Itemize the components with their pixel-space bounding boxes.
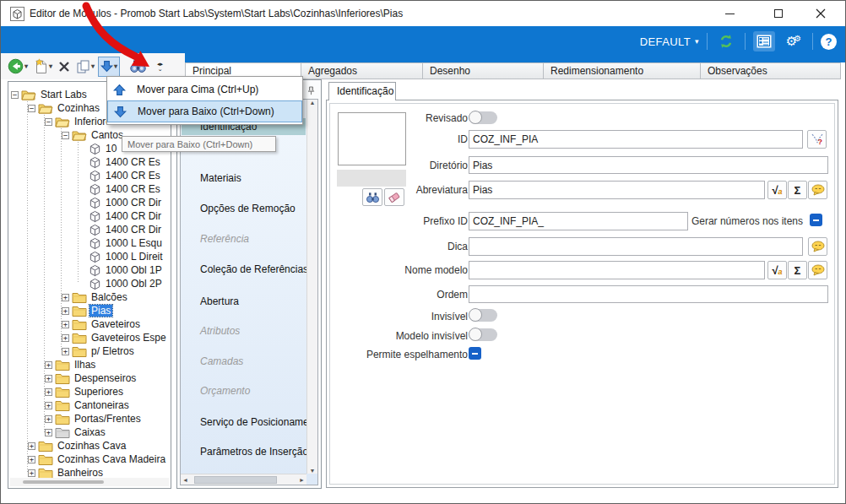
expand-icon[interactable]: + [45,402,52,409]
tree-item-1400-cr-dir[interactable]: 1400 CR Dir [9,209,168,223]
tree-item-cozinhas-cava[interactable]: +Cozinhas Cava [9,439,168,453]
tree-item-cantoneiras[interactable]: +Cantoneiras [9,398,168,412]
modelo-invisivel-toggle[interactable] [469,328,497,341]
tree-item-caixas[interactable]: +Caixas [9,425,168,439]
scroll-up-icon[interactable]: ▲ [310,100,316,106]
expand-icon[interactable]: + [62,348,69,355]
menu-item-mover-para-cima[interactable]: Mover para Cima (Ctrl+Up) [107,79,302,100]
scroll-left-icon[interactable]: ◄ [182,477,188,483]
new-button[interactable]: ▾ [31,57,55,77]
tree-item-1400-cr-dir[interactable]: 1400 CR Dir [9,223,168,236]
tree-item-1400-cr-es[interactable]: 1400 CR Es [9,182,168,196]
categories-list: IdentificaçãoMateriaisOpções de RemoçãoR… [180,99,318,485]
tree-item-gaveteiros-espe[interactable]: +Gaveteiros Espe [9,331,168,344]
tree-item-1000-obl-2p[interactable]: 1000 Obl 2P [9,277,168,290]
category-cole-o-de-refer-ncias[interactable]: Coleção de Referências [200,263,308,275]
back-button[interactable]: ▾ [5,57,30,77]
expand-icon[interactable]: + [28,442,35,450]
tree-item-pias[interactable]: +Pias [9,304,168,317]
diretorio-field[interactable] [469,156,828,174]
abreviatura-sigma-button[interactable]: Σ [788,181,807,199]
prefixo-id-field[interactable] [469,212,688,230]
revisado-toggle[interactable] [469,111,497,124]
tree-item-portas-frentes[interactable]: +Portas/Frentes [9,412,168,425]
collapse-icon[interactable]: − [28,105,35,112]
tree-item-superiores[interactable]: +Superiores [9,385,168,398]
expand-icon[interactable]: + [45,415,52,423]
tab-agregados[interactable]: Agregados [301,62,423,79]
nome-modelo-translate-button[interactable] [808,261,827,279]
help-button[interactable]: ? [821,34,837,50]
expand-icon[interactable]: + [62,294,69,301]
tree-item-despenseiros[interactable]: +Despenseiros [9,371,168,385]
scroll-right-icon[interactable]: ► [299,477,305,483]
id-select-button[interactable]: ? [807,130,827,149]
tab-identificacao[interactable]: Identificação [328,82,396,100]
category-par-metros-de-inser-o[interactable]: Parâmetros de Inserção [200,446,308,458]
properties-button[interactable] [753,31,775,51]
scrollbar-thumb[interactable] [23,480,104,484]
nome-modelo-field[interactable] [469,261,765,279]
tree-item-p-eletros[interactable]: +p/ Eletros [9,344,168,358]
expand-icon[interactable]: + [62,334,69,342]
category-servi-o-de-posicionamen[interactable]: Serviço de Posicionamen [200,416,314,428]
scrollbar-thumb[interactable] [194,476,277,484]
expand-icon[interactable]: + [45,375,52,382]
tree-item-1400-cr-es[interactable]: 1400 CR Es [9,169,168,182]
tree-horizontal-scrollbar[interactable] [10,478,169,486]
permite-espelhamento-checkbox[interactable] [469,347,481,360]
tab-redimensionamento[interactable]: Redimensionamento [544,62,701,79]
copy-button[interactable]: ▾ [73,57,97,77]
move-button[interactable]: ▾ [98,57,120,77]
scroll-down-icon[interactable]: ▼ [310,468,316,474]
nome-modelo-sigma-button[interactable]: Σ [788,261,807,279]
maximize-button[interactable] [759,1,798,26]
category-op-es-de-remo-o[interactable]: Opções de Remoção [200,203,296,214]
categories-horizontal-scrollbar[interactable]: ◄ ► [181,474,306,485]
tree-item-1000-obl-1p[interactable]: 1000 Obl 1P [9,263,168,277]
invisivel-toggle[interactable] [469,309,497,322]
tree-item-1000-l-esqu[interactable]: 1000 L Esqu [9,236,168,250]
expand-icon[interactable]: + [28,456,35,463]
tree-item-gaveteiros[interactable]: +Gaveteiros [9,317,168,331]
tree-item-1000-l-direit[interactable]: 1000 L Direit [9,250,168,263]
expand-icon[interactable]: + [28,469,35,477]
collapse-icon[interactable]: − [62,132,69,139]
expand-icon[interactable]: + [45,361,52,369]
expand-icon[interactable]: + [62,307,69,315]
tree-item-balc-es[interactable]: +Balcões [9,290,168,304]
abreviatura-formula-button[interactable]: √a [767,181,787,199]
refresh-button[interactable] [715,31,737,51]
tree-item-1400-cr-es[interactable]: 1400 CR Es [9,155,168,169]
collapse-icon[interactable]: − [45,118,52,126]
dica-translate-button[interactable] [808,237,827,256]
category-abertura[interactable]: Abertura [200,295,239,307]
search-button[interactable] [127,57,149,77]
abreviatura-translate-button[interactable] [808,181,827,199]
tab-observações[interactable]: Observações [701,62,841,79]
tree-item-1000-cr-dir[interactable]: 1000 CR Dir [9,196,168,209]
nome-modelo-formula-button[interactable]: √a [767,261,787,279]
dica-field[interactable] [469,237,803,256]
collapse-icon[interactable]: − [11,91,19,99]
category-materiais[interactable]: Materiais [200,172,241,184]
abreviatura-field[interactable] [469,181,765,199]
expand-icon[interactable]: + [45,388,52,396]
profile-dropdown[interactable]: DEFAULT ▾ [640,35,699,48]
expand-icon[interactable]: + [45,429,52,436]
toolbar-overflow-button[interactable]: ◂▸ ⌄ [157,62,163,72]
close-button[interactable] [800,1,842,26]
minimize-button[interactable] [710,1,749,26]
delete-button[interactable] [56,57,73,77]
categories-vertical-scrollbar[interactable]: ▲ ▼ [306,100,317,474]
gerar-numeros-checkbox[interactable] [810,214,822,226]
tree-item-cozinhas-cava-madeira[interactable]: +Cozinhas Cava Madeira [9,453,168,466]
settings-button[interactable]: ⚙⚙ [783,31,805,51]
menu-item-mover-para-baixo[interactable]: Mover para Baixo (Ctrl+Down) [107,100,302,122]
tree-item-ilhas[interactable]: +Ilhas [9,358,168,371]
tab-desenho[interactable]: Desenho [423,62,544,79]
pin-icon[interactable] [307,84,315,99]
ordem-field[interactable] [469,285,828,303]
id-field[interactable] [469,130,803,149]
expand-icon[interactable]: + [62,321,69,328]
